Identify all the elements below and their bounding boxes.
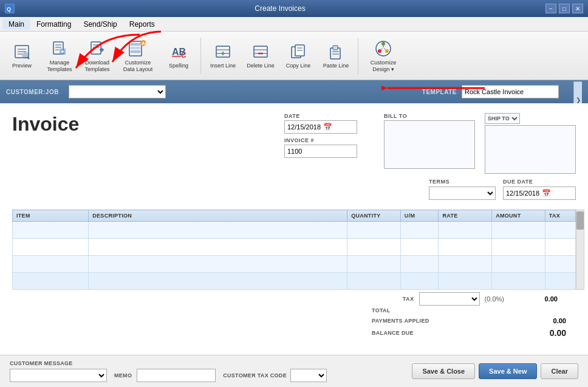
memo-label: MEMO	[114, 372, 132, 378]
cell-um[interactable]	[400, 239, 439, 256]
terms-group: TERMS	[429, 179, 496, 200]
cell-desc[interactable]	[89, 256, 347, 273]
cell-um[interactable]	[400, 222, 439, 239]
cell-qty[interactable]	[347, 256, 401, 273]
svg-rect-21	[131, 43, 140, 46]
terms-select[interactable]	[429, 187, 496, 200]
customer-message-label: CUSTOMER MESSAGE	[10, 360, 107, 366]
table-row[interactable]	[13, 222, 576, 239]
template-section: TEMPLATE Rock Castle Invoice Intuit Prod…	[422, 85, 559, 98]
cell-um[interactable]	[400, 256, 439, 273]
paste-line-button[interactable]: Paste Line	[318, 35, 354, 77]
cell-amount[interactable]	[492, 222, 545, 239]
col-quantity: QUANTITY	[347, 210, 401, 222]
template-label: TEMPLATE	[422, 89, 457, 95]
menu-sendship[interactable]: Send/Ship	[77, 19, 123, 30]
template-wrapper: Rock Castle Invoice Intuit Product Invoi…	[462, 85, 559, 98]
col-description: DESCRIPTION	[89, 210, 347, 222]
total-row: TOTAL	[372, 306, 566, 315]
calendar-icon[interactable]: 📅	[323, 123, 332, 131]
cell-qty[interactable]	[347, 222, 401, 239]
spelling-icon: AB C	[169, 42, 188, 61]
menu-reports[interactable]: Reports	[123, 19, 161, 30]
customer-message-select[interactable]	[10, 369, 107, 382]
cell-tax[interactable]	[545, 222, 575, 239]
svg-point-47	[381, 42, 385, 46]
svg-rect-16	[91, 42, 101, 54]
spelling-button[interactable]: AB C Spelling	[160, 35, 197, 77]
customer-job-select[interactable]	[69, 85, 166, 98]
customize-data-layout-button[interactable]: AD Customize Data Layout	[117, 35, 159, 77]
svg-rect-22	[131, 47, 140, 49]
terms-label: TERMS	[429, 179, 496, 185]
table-row[interactable]	[13, 239, 576, 256]
due-date-label: DUE DATE	[503, 179, 576, 185]
main-content: Invoice DATE 12/15/2018 📅 INVOICE # 1100	[0, 103, 588, 355]
maximize-button[interactable]: □	[559, 4, 570, 13]
cell-um[interactable]	[400, 273, 439, 290]
cell-tax[interactable]	[545, 256, 575, 273]
customer-tax-code-select[interactable]	[290, 369, 327, 382]
manage-templates-button[interactable]: Manage Templates	[41, 35, 78, 77]
invoice-num-input[interactable]: 1100	[284, 145, 357, 158]
cell-qty[interactable]	[347, 239, 401, 256]
cell-rate[interactable]	[439, 256, 492, 273]
date-label: DATE	[284, 113, 357, 119]
tax-select[interactable]	[419, 292, 480, 306]
svg-rect-34	[254, 46, 267, 57]
due-date-input[interactable]: 12/15/2018 📅	[503, 187, 576, 200]
cell-item[interactable]	[13, 273, 89, 290]
cell-desc[interactable]	[89, 222, 347, 239]
preview-button[interactable]: Preview	[4, 35, 40, 77]
cell-rate[interactable]	[439, 222, 492, 239]
download-templates-button[interactable]: Download Templates	[79, 35, 115, 77]
cell-rate[interactable]	[439, 239, 492, 256]
bill-to-box[interactable]	[384, 120, 475, 169]
ship-to-box[interactable]	[485, 125, 576, 174]
cell-amount[interactable]	[492, 256, 545, 273]
memo-input[interactable]	[137, 369, 216, 382]
due-date-calendar-icon[interactable]: 📅	[542, 189, 551, 197]
terms-row: TERMS DUE DATE 12/15/2018 📅	[12, 179, 576, 200]
customer-bar: CUSTOMER:JOB TEMPLATE Rock Castle Invoic…	[0, 80, 588, 103]
minimize-button[interactable]: −	[545, 4, 556, 13]
customer-tax-code-group: CUSTOMER TAX CODE	[223, 369, 327, 382]
customize-design-button[interactable]: Customize Design ▾	[362, 35, 405, 77]
cell-amount[interactable]	[492, 239, 545, 256]
copy-line-button[interactable]: Copy Line	[280, 35, 316, 77]
insert-line-button[interactable]: Insert Line	[205, 35, 241, 77]
customize-design-icon	[374, 39, 393, 58]
table-row[interactable]	[13, 256, 576, 273]
cell-desc[interactable]	[89, 239, 347, 256]
date-input[interactable]: 12/15/2018 📅	[284, 120, 357, 134]
bottom-bar: CUSTOMER MESSAGE MEMO CUSTOMER TAX CODE …	[0, 355, 588, 387]
svg-rect-43	[333, 46, 338, 50]
save-new-button[interactable]: Save & New	[479, 363, 537, 379]
clear-button[interactable]: Clear	[541, 363, 578, 379]
svg-point-49	[378, 49, 381, 53]
cell-qty[interactable]	[347, 273, 401, 290]
table-scrollbar[interactable]	[576, 210, 584, 290]
cell-tax[interactable]	[545, 273, 575, 290]
table-row[interactable]	[13, 273, 576, 290]
cell-amount[interactable]	[492, 273, 545, 290]
delete-line-button[interactable]: Delete Line	[242, 35, 279, 77]
template-select[interactable]: Rock Castle Invoice Intuit Product Invoi…	[462, 85, 559, 98]
save-close-button[interactable]: Save & Close	[412, 363, 475, 379]
col-amount: AMOUNT	[492, 210, 545, 222]
preview-label: Preview	[12, 63, 32, 69]
cell-item[interactable]	[13, 222, 89, 239]
cell-tax[interactable]	[545, 239, 575, 256]
cell-rate[interactable]	[439, 273, 492, 290]
copy-line-icon	[289, 42, 308, 61]
window-controls: − □ ✕	[545, 4, 583, 13]
cell-item[interactable]	[13, 239, 89, 256]
cell-item[interactable]	[13, 256, 89, 273]
svg-point-48	[385, 49, 389, 53]
col-rate: RATE	[439, 210, 492, 222]
close-button[interactable]: ✕	[572, 4, 583, 13]
menu-formatting[interactable]: Formatting	[30, 19, 77, 30]
menu-main[interactable]: Main	[2, 19, 30, 30]
paste-line-label: Paste Line	[323, 63, 349, 69]
cell-desc[interactable]	[89, 273, 347, 290]
